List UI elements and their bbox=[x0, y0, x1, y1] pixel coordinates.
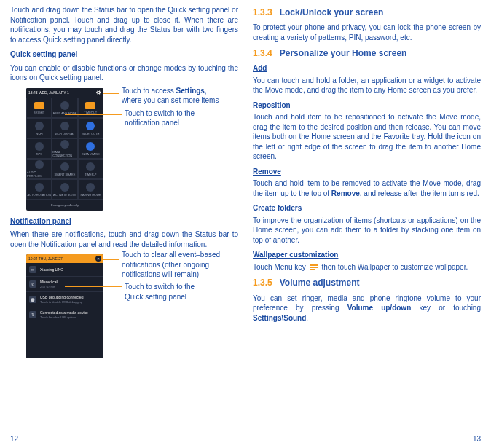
timer-icon bbox=[86, 162, 95, 171]
bluetooth-icon bbox=[86, 122, 95, 130]
usb-icon: ⇅ bbox=[29, 311, 36, 318]
menu-key-icon bbox=[310, 264, 318, 272]
pointer-line bbox=[103, 93, 119, 94]
network-icon bbox=[60, 183, 69, 192]
pointer-line bbox=[65, 286, 122, 287]
qsp-cell[interactable]: DATA CONNECTION bbox=[52, 138, 77, 159]
gear-icon[interactable] bbox=[95, 90, 101, 97]
qsp-cell[interactable]: AUTO ROTATION bbox=[26, 179, 52, 200]
notification-row[interactable]: ✉ Xiaoxing LING bbox=[26, 263, 103, 277]
wifi-icon bbox=[35, 122, 44, 130]
annot-switch-qsp: Touch to switch to the Quick setting pan… bbox=[125, 282, 195, 302]
usb-icon: ⬤ bbox=[29, 296, 36, 303]
notification-panel-heading: Notification panel bbox=[10, 216, 238, 227]
left-page: Touch and drag down the Status bar to op… bbox=[10, 5, 238, 364]
page-number-right: 13 bbox=[473, 434, 481, 444]
annot-settings: Touch to access Settings, where you can … bbox=[122, 86, 219, 106]
wallpaper-heading: Wallpaper customization bbox=[253, 250, 481, 260]
qsp-cell[interactable]: TIMER-P bbox=[78, 159, 103, 179]
section-133-heading: 1.3.3Lock/Unlock your screen bbox=[253, 7, 481, 18]
notification-row[interactable]: ✆ Missed call2:57:07 PM bbox=[26, 277, 103, 292]
notification-panel-screenshot-block: 10:24 THU, JUNE 27 × ✉ Xiaoxing LING ✆ M… bbox=[26, 254, 238, 358]
audio-icon bbox=[35, 160, 44, 169]
np-statusbar: 10:24 THU, JUNE 27 × bbox=[26, 254, 103, 263]
add-text: You can touch and hold a folder, an appl… bbox=[253, 76, 481, 95]
qsp-cell[interactable]: BLUETOOTH bbox=[78, 118, 103, 138]
create-folders-heading: Create folders bbox=[253, 203, 481, 213]
reposition-text: Touch and hold item to be repositioned t… bbox=[253, 112, 481, 162]
missed-call-icon: ✆ bbox=[29, 280, 36, 288]
annot-clear: Touch to clear all event–based notificat… bbox=[122, 250, 220, 280]
intro-text: Touch and drag down the Status bar to op… bbox=[10, 5, 238, 44]
data-usage-icon bbox=[86, 142, 95, 151]
quick-settings-screenshot: 18:43 WED, JANUARY 1 BRIGHT AIRPLANE MOD… bbox=[26, 88, 103, 211]
np-time: 10:24 THU, JUNE 27 bbox=[28, 256, 63, 262]
screenshot-filler bbox=[26, 323, 103, 358]
notification-row[interactable]: ⬤ USB debugging connectedTouch to disabl… bbox=[26, 292, 103, 307]
data-conn-icon bbox=[60, 140, 69, 149]
right-page: 1.3.3Lock/Unlock your screen To protect … bbox=[253, 5, 481, 364]
qsp-cell[interactable]: TIMEOUT bbox=[78, 98, 103, 118]
qsp-cell[interactable]: SAVING MODE bbox=[78, 179, 103, 200]
s133-text: To protect your phone and privacy, you c… bbox=[253, 23, 481, 42]
annot-switch-notif: Touch to switch to the notification pane… bbox=[125, 109, 195, 128]
np-text: When there are notifications, touch and … bbox=[10, 229, 238, 249]
qsp-cell[interactable]: SMART SHARE bbox=[52, 159, 77, 179]
qsp-cell[interactable]: AIRPLANE MODE bbox=[52, 98, 77, 118]
add-heading: Add bbox=[253, 63, 481, 74]
saving-icon bbox=[86, 183, 95, 192]
section-135-heading: 1.3.5Volume adjustment bbox=[253, 277, 481, 288]
notification-panel-screenshot: 10:24 THU, JUNE 27 × ✉ Xiaoxing LING ✆ M… bbox=[26, 254, 103, 358]
remove-heading: Remove bbox=[253, 167, 481, 177]
wallpaper-text: Touch Menu key then touch Wallpaper to c… bbox=[253, 262, 481, 272]
gps-icon bbox=[35, 142, 44, 151]
quick-setting-panel-heading: Quick setting panel bbox=[10, 50, 238, 60]
pointer-line bbox=[65, 114, 122, 115]
s135-text: You can set ringer, media and phone ring… bbox=[253, 294, 481, 323]
create-folders-text: To improve the organization of items (sh… bbox=[253, 216, 481, 245]
quick-settings-screenshot-block: 18:43 WED, JANUARY 1 BRIGHT AIRPLANE MOD… bbox=[26, 88, 238, 211]
notification-row[interactable]: ⇅ Connected as a media deviceTouch for o… bbox=[26, 307, 103, 323]
qsp-cell[interactable]: WI-FI DISPLAY bbox=[52, 118, 77, 138]
qsp-cell[interactable]: GPS bbox=[26, 138, 52, 159]
pointer-line bbox=[103, 259, 119, 260]
qsp-text: You can enable or disable functions or c… bbox=[10, 63, 238, 83]
reposition-heading: Reposition bbox=[253, 101, 481, 111]
emergency-text: Emergency calls only bbox=[26, 200, 103, 210]
qsp-cell[interactable]: DATA USAGE bbox=[78, 138, 103, 159]
share-icon bbox=[60, 162, 69, 171]
timeout-icon bbox=[85, 102, 95, 109]
slider-icon bbox=[34, 102, 44, 109]
page-number-left: 12 bbox=[10, 434, 18, 444]
wifi-display-icon bbox=[60, 122, 69, 130]
airplane-icon bbox=[60, 101, 69, 110]
qsp-statusbar: 18:43 WED, JANUARY 1 bbox=[26, 88, 103, 98]
qsp-cell[interactable]: AUDIO PROFILES bbox=[26, 159, 52, 179]
section-134-heading: 1.3.4Personalize your Home screen bbox=[253, 47, 481, 59]
message-icon: ✉ bbox=[29, 266, 36, 273]
qsp-cell[interactable]: BRIGHT bbox=[26, 98, 52, 118]
rotate-icon bbox=[35, 183, 44, 192]
qsp-grid: BRIGHT AIRPLANE MODE TIMEOUT WI-FI WI-FI… bbox=[26, 98, 103, 200]
qsp-time: 18:43 WED, JANUARY 1 bbox=[28, 90, 69, 95]
qsp-cell[interactable]: ACTIVATE 4G/3G bbox=[52, 179, 77, 200]
qsp-cell[interactable]: WI-FI bbox=[26, 118, 52, 138]
clear-all-icon[interactable]: × bbox=[95, 256, 101, 262]
remove-text: Touch and hold item to be removed to act… bbox=[253, 178, 481, 198]
